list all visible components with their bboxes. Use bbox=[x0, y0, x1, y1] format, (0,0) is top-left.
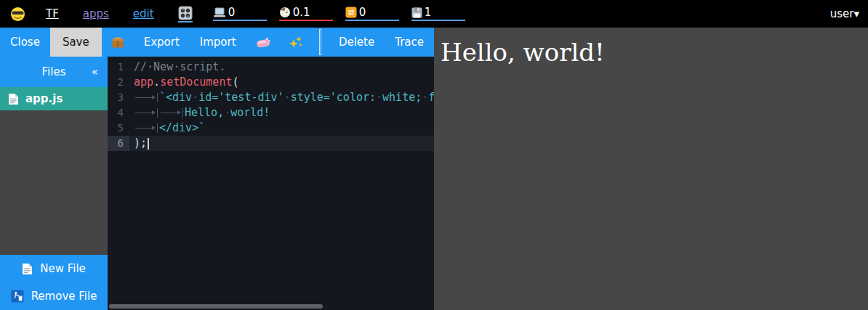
files-sidebar: Files « app.js bbox=[0, 57, 108, 310]
code-token: · bbox=[192, 91, 198, 104]
code-line[interactable]: //·New·script. bbox=[129, 60, 434, 75]
user-menu-label: user bbox=[830, 7, 854, 20]
code-token: ( bbox=[232, 76, 238, 89]
code-token: · bbox=[376, 91, 382, 104]
nav-link-tf[interactable]: TF bbox=[46, 7, 59, 20]
stat-saves-field[interactable]: 1 bbox=[411, 7, 465, 21]
code-line[interactable]: Hello,·world! bbox=[129, 105, 434, 121]
code-lines[interactable]: //·New·script.app.setDocument(`<div·id='… bbox=[129, 60, 434, 151]
file-item-appjs[interactable]: app.js bbox=[0, 87, 108, 110]
stat-cpu-field[interactable]: 0 bbox=[213, 7, 267, 21]
code-token bbox=[134, 93, 158, 102]
new-file-icon bbox=[22, 263, 33, 275]
code-token: //·New·script. bbox=[134, 60, 225, 73]
ram-icon bbox=[279, 7, 291, 18]
preview-heading: Hello, world! bbox=[434, 28, 868, 67]
sparkles-icon[interactable] bbox=[280, 28, 312, 57]
stat-saves-value: 1 bbox=[425, 7, 432, 18]
editor-toolbar: Close Save Export Import bbox=[0, 28, 434, 57]
line-number: 2 bbox=[108, 75, 129, 90]
top-bar: TF apps edit 0 bbox=[0, 0, 868, 28]
code-token: world! bbox=[230, 106, 270, 119]
code-token: app bbox=[134, 76, 153, 89]
package-icon[interactable] bbox=[102, 28, 134, 57]
stat-repeat-field[interactable]: 0 bbox=[345, 7, 399, 21]
remove-file-icon bbox=[11, 290, 24, 303]
floppy-disk-icon bbox=[411, 7, 422, 18]
stat-repeat-value: 0 bbox=[359, 7, 366, 18]
export-button[interactable]: Export bbox=[134, 28, 190, 57]
code-token: style='color: bbox=[291, 91, 376, 104]
close-button[interactable]: Close bbox=[0, 28, 50, 57]
line-number: 4 bbox=[108, 105, 129, 121]
files-header: Files « bbox=[0, 57, 108, 87]
code-token: `<div bbox=[159, 91, 192, 104]
remove-file-label: Remove File bbox=[31, 290, 97, 303]
code-token bbox=[159, 108, 183, 118]
text-cursor bbox=[148, 138, 149, 150]
save-button[interactable]: Save bbox=[50, 28, 102, 57]
code-token: </div>` bbox=[159, 121, 205, 134]
new-file-label: New File bbox=[40, 262, 86, 275]
blank-toolbar-button[interactable] bbox=[319, 29, 321, 55]
sidebar-empty-area bbox=[0, 110, 108, 255]
nav-link-apps[interactable]: apps bbox=[83, 7, 109, 20]
remove-file-button[interactable]: Remove File bbox=[0, 282, 108, 310]
editor-gutter: 123456 bbox=[108, 60, 129, 151]
code-token bbox=[134, 123, 158, 133]
code-token: · bbox=[422, 91, 428, 104]
file-name: app.js bbox=[25, 92, 63, 105]
code-token: f bbox=[428, 91, 434, 104]
import-button[interactable]: Import bbox=[190, 28, 246, 57]
horizontal-scrollbar[interactable] bbox=[109, 304, 323, 309]
stat-cpu-value: 0 bbox=[228, 7, 236, 18]
code-token: setDocument bbox=[160, 76, 232, 89]
code-line[interactable]: ); bbox=[129, 136, 434, 151]
code-line[interactable]: app.setDocument( bbox=[129, 75, 434, 90]
code-token: . bbox=[153, 76, 160, 89]
collapse-sidebar-icon[interactable]: « bbox=[92, 65, 98, 78]
nav-link-edit[interactable]: edit bbox=[133, 7, 154, 20]
repeat-arrows-icon bbox=[345, 7, 357, 18]
code-line[interactable]: </div>` bbox=[129, 121, 434, 136]
new-file-button[interactable]: New File bbox=[0, 255, 108, 282]
code-editor[interactable]: 123456 //·New·script.app.setDocument(`<d… bbox=[108, 57, 434, 310]
trace-button[interactable]: Trace bbox=[385, 28, 434, 57]
stat-ram-field[interactable]: 0.1 bbox=[279, 7, 333, 21]
line-number: 6 bbox=[108, 136, 129, 151]
code-token bbox=[134, 108, 158, 118]
code-token: Hello, bbox=[185, 106, 224, 119]
file-icon bbox=[8, 93, 19, 105]
preview-panel: Hello, world! bbox=[434, 28, 868, 310]
code-token: · bbox=[284, 91, 291, 104]
line-number: 5 bbox=[108, 121, 129, 136]
code-line[interactable]: `<div·id='test-div'·style='color:·white;… bbox=[129, 90, 434, 105]
code-token: id='test-div' bbox=[198, 91, 284, 104]
code-token: · bbox=[224, 106, 230, 119]
code-token: ); bbox=[134, 136, 147, 150]
app-window: TF apps edit 0 bbox=[0, 0, 868, 310]
control-knobs-icon[interactable] bbox=[178, 6, 193, 23]
user-menu[interactable]: user▾ bbox=[830, 7, 859, 20]
line-number: 1 bbox=[108, 60, 129, 75]
soap-icon[interactable] bbox=[246, 28, 280, 57]
delete-button[interactable]: Delete bbox=[329, 28, 385, 57]
code-token: white; bbox=[382, 91, 422, 104]
line-number: 3 bbox=[108, 90, 129, 105]
laptop-icon bbox=[213, 7, 226, 18]
files-header-title: Files bbox=[42, 65, 66, 78]
sunglasses-face-icon[interactable] bbox=[10, 7, 25, 22]
caret-down-icon: ▾ bbox=[853, 7, 859, 20]
stat-ram-value: 0.1 bbox=[293, 7, 310, 18]
